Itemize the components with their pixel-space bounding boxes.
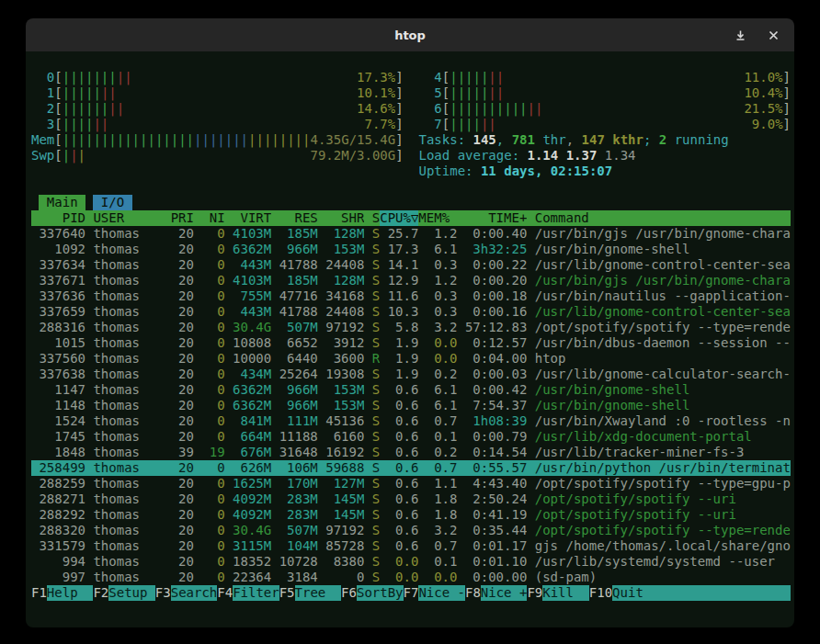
column-header-pid[interactable]: PID: [31, 210, 85, 226]
fn-key-f9[interactable]: F9: [527, 585, 542, 601]
column-header-cpu[interactable]: CPU%▽: [380, 210, 418, 226]
cell-time: 0:00.79: [457, 429, 527, 445]
cell-user: thomas: [93, 554, 163, 570]
cpu-meter-0: 0[|||||||||17.3%]: [31, 70, 404, 85]
cell-shr: 0: [318, 570, 365, 585]
cell-s: S: [364, 304, 380, 320]
bracket: ]: [783, 70, 791, 85]
process-row[interactable]: 337636thomas200755M4771634168S11.60.30:0…: [31, 288, 791, 304]
process-row[interactable]: 1015thomas2001080866523912S1.90.00:12.57…: [31, 335, 791, 351]
cell-pri: 20: [163, 382, 194, 398]
process-row[interactable]: 997thomas2002236431840S0.00.00:00.00(sd-…: [31, 570, 791, 585]
cell-time: 0:00.16: [457, 304, 527, 320]
column-header-shr[interactable]: SHR: [318, 210, 365, 226]
fn-label-f10[interactable]: Quit: [612, 585, 791, 601]
cell-ni: 0: [194, 570, 225, 585]
process-row[interactable]: 1148thomas2006362M966M153MS0.66.17:54.37…: [31, 398, 791, 413]
meter-area: ||||||||14.6%: [63, 101, 395, 117]
process-row[interactable]: 337640thomas2004103M185M128MS25.71.20:00…: [31, 226, 791, 242]
cell-virt: 4092M: [225, 491, 272, 507]
meter-bars: ||||||||: [63, 101, 357, 117]
process-row[interactable]: 288320thomas20030.4G507M97192S0.63.20:35…: [31, 523, 791, 538]
column-header-s[interactable]: S: [364, 210, 380, 226]
tab-io[interactable]: I/O: [93, 195, 131, 210]
fn-key-f6[interactable]: F6: [341, 585, 357, 601]
process-row-selected[interactable]: 258499thomas200626M106M59688S0.60.70:55.…: [31, 460, 791, 476]
fn-label-f9[interactable]: Kill: [542, 585, 589, 601]
bar-segment: |||||: [450, 70, 488, 85]
fn-key-f2[interactable]: F2: [93, 585, 108, 601]
process-row[interactable]: 337634thomas200443M4178824408S14.10.30:0…: [31, 257, 791, 273]
column-header-time[interactable]: TIME+: [457, 210, 527, 226]
process-row[interactable]: 331579thomas2003115M104M85728S0.60.70:01…: [31, 538, 791, 554]
fn-key-f10[interactable]: F10: [589, 585, 612, 601]
cell-time: 2:50.24: [457, 491, 527, 507]
cell-s: S: [364, 242, 380, 257]
process-row[interactable]: 337560thomas2001000064403600R1.90.00:04.…: [31, 351, 791, 367]
fn-key-f1[interactable]: F1: [31, 585, 47, 601]
tab-main[interactable]: Main: [39, 195, 85, 210]
fn-label-f7[interactable]: Nice -: [418, 585, 465, 601]
column-header-mem[interactable]: MEM%: [418, 210, 457, 226]
column-header-virt[interactable]: VIRT: [225, 210, 272, 226]
cell-time: 0:00.20: [457, 273, 527, 288]
process-row[interactable]: 1524thomas200841M111M45136S0.60.71h08:39…: [31, 413, 791, 429]
cell-pri: 39: [163, 445, 194, 460]
fn-label-f6[interactable]: SortBy: [357, 585, 404, 601]
cell-ni: 0: [194, 476, 225, 491]
process-row[interactable]: 337671thomas2004103M185M128MS12.91.20:00…: [31, 273, 791, 288]
cell-s: S: [364, 226, 380, 242]
cell-res: 170M: [271, 476, 318, 491]
process-row[interactable]: 1848thomas3919676M3164816192S0.60.20:14.…: [31, 445, 791, 460]
window-titlebar[interactable]: htop: [26, 18, 794, 51]
column-header-user[interactable]: USER: [93, 210, 163, 226]
process-row[interactable]: 1147thomas2006362M966M153MS0.66.10:00.42…: [31, 382, 791, 398]
fn-label-f5[interactable]: Tree: [295, 585, 342, 601]
fn-key-f7[interactable]: F7: [404, 585, 419, 601]
process-row[interactable]: 288292thomas2004092M283M145MS0.61.80:41.…: [31, 507, 791, 523]
cell-time: 0:55.57: [457, 460, 527, 476]
process-row[interactable]: 337659thomas200443M4178824408S10.30.30:0…: [31, 304, 791, 320]
fn-label-f1[interactable]: Help: [47, 585, 94, 601]
fn-key-f4[interactable]: F4: [217, 585, 233, 601]
cell-mem: 0.0: [418, 335, 457, 351]
column-header-ni[interactable]: NI: [194, 210, 225, 226]
cell-cmd: /usr/bin/nautilus --gapplication-serv: [535, 288, 791, 304]
cell-user: thomas: [93, 304, 163, 320]
fn-key-f8[interactable]: F8: [465, 585, 481, 601]
cell-cmd: (sd-pam): [535, 570, 597, 585]
process-row[interactable]: 288271thomas2004092M283M145MS0.61.82:50.…: [31, 491, 791, 507]
cell-pri: 20: [163, 288, 194, 304]
process-row[interactable]: 288259thomas2001625M170M127MS0.61.14:43.…: [31, 476, 791, 491]
cell-shr: 145M: [318, 491, 365, 507]
column-header-res[interactable]: RES: [271, 210, 318, 226]
cell-time: 0:12.57: [457, 335, 527, 351]
fn-label-f8[interactable]: Nice +: [481, 585, 528, 601]
process-row[interactable]: 337638thomas200434M2526419308S1.90.20:00…: [31, 367, 791, 382]
process-row[interactable]: 288316thomas20030.4G507M97192S5.83.257:1…: [31, 320, 791, 335]
meter-bars: ||||||: [450, 117, 752, 132]
cell-ni: 0: [194, 226, 225, 242]
fn-key-f5[interactable]: F5: [279, 585, 295, 601]
cell-pri: 20: [163, 413, 194, 429]
fn-label-f4[interactable]: Filter: [233, 585, 279, 601]
close-icon[interactable]: [767, 28, 780, 41]
bar-segment: ||: [528, 101, 543, 116]
bracket: ]: [395, 101, 403, 117]
column-header-pri[interactable]: PRI: [163, 210, 194, 226]
meter-bars: |||: [63, 148, 311, 164]
cell-pri: 20: [163, 476, 194, 491]
cell-shr: 8380: [318, 554, 365, 570]
column-header-cmd[interactable]: Command: [535, 210, 791, 226]
cell-virt: 10808: [225, 335, 272, 351]
restore-down-icon[interactable]: [734, 28, 746, 41]
process-row[interactable]: 1745thomas200664M111886160S0.60.10:00.79…: [31, 429, 791, 445]
cell-cmd: /usr/bin/python /usr/bin/terminator: [535, 460, 791, 476]
cell-virt: 6362M: [225, 242, 272, 257]
fn-key-f3[interactable]: F3: [155, 585, 171, 601]
fn-label-f3[interactable]: Search: [171, 585, 218, 601]
fn-label-f2[interactable]: Setup: [108, 585, 155, 601]
process-row[interactable]: 1092thomas2006362M966M153MS17.36.13h32:2…: [31, 242, 791, 257]
process-row[interactable]: 994thomas20018352107288380S0.00.10:01.10…: [31, 554, 791, 570]
swp-meter: Swp[|||79.2M/3.00G]: [31, 148, 404, 164]
